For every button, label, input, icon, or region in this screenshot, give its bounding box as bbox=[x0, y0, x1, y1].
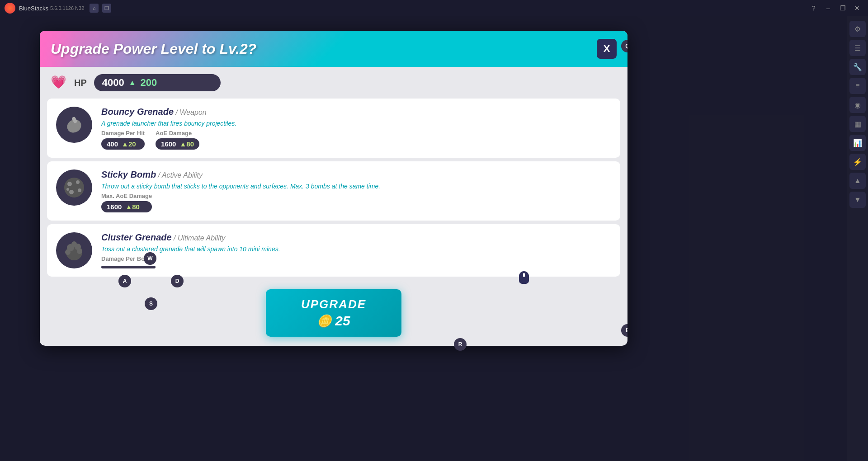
bouncy-grenade-stats: Damage Per Hit 400 ▲20 AoE Damage 1600 ▲… bbox=[101, 130, 611, 150]
cluster-grenade-desc: Toss out a clustered grenade that will s… bbox=[101, 245, 611, 253]
upgrade-section: UPGRADE 🪙 25 bbox=[40, 284, 627, 346]
mouse-cursor-dot bbox=[523, 273, 525, 277]
sidebar-up-btn[interactable]: ▲ bbox=[849, 173, 866, 189]
upgrade-label: UPGRADE bbox=[301, 297, 366, 311]
stat-max-aoe: Max. AoE Damage 1600 ▲80 bbox=[101, 193, 152, 212]
titlebar-actions: ⌂ ❐ bbox=[90, 4, 111, 13]
sidebar-gamepad-btn[interactable]: ◉ bbox=[849, 97, 866, 113]
sticky-bomb-type: / Active Ability bbox=[158, 171, 203, 179]
bouncy-grenade-card: Bouncy Grenade / Weapon A grenade launch… bbox=[47, 99, 620, 158]
window-controls: ? – ❐ ✕ bbox=[807, 2, 863, 14]
minimize-btn[interactable]: – bbox=[822, 2, 835, 14]
titlebar: BlueStacks 5.6.0.1126 N32 ⌂ ❐ ? – ❐ ✕ bbox=[0, 0, 868, 16]
upgrade-button[interactable]: UPGRADE 🪙 25 bbox=[266, 289, 401, 337]
sidebar-down-btn[interactable]: ▼ bbox=[849, 192, 866, 208]
svg-point-4 bbox=[76, 180, 80, 184]
sidebar-stats-btn[interactable]: 📊 bbox=[849, 135, 866, 151]
stat-value-dph: 400 bbox=[107, 140, 118, 148]
hp-current-value: 4000 bbox=[102, 77, 124, 89]
sidebar-power-btn[interactable]: ⚡ bbox=[849, 154, 866, 170]
svg-point-2 bbox=[64, 178, 84, 198]
cluster-grenade-type: / Ultimate Ability bbox=[174, 234, 225, 242]
app-version: 5.6.0.1126 N32 bbox=[50, 5, 84, 11]
bluestacks-logo bbox=[5, 3, 15, 14]
sticky-bomb-desc: Throw out a sticky bomb that sticks to t… bbox=[101, 183, 611, 190]
stat-increase-dph: ▲20 bbox=[122, 140, 136, 148]
sticky-bomb-name: Sticky Bomb bbox=[101, 169, 156, 179]
bouncy-grenade-content: Bouncy Grenade / Weapon A grenade launch… bbox=[101, 107, 611, 150]
folder-icon[interactable]: ❐ bbox=[102, 4, 111, 13]
coin-icon: 🪙 bbox=[317, 314, 331, 328]
svg-point-5 bbox=[78, 188, 81, 192]
question-btn[interactable]: ? bbox=[807, 2, 820, 14]
bouncy-grenade-name: Bouncy Grenade bbox=[101, 107, 174, 117]
stat-value-max-aoe: 1600 bbox=[107, 203, 122, 211]
cluster-grenade-icon bbox=[56, 232, 92, 268]
sidebar-display-btn[interactable]: ▦ bbox=[849, 116, 866, 132]
svg-point-12 bbox=[77, 249, 82, 254]
stat-value-aoe: 1600 bbox=[161, 140, 176, 148]
stat-bar-max-aoe: 1600 ▲80 bbox=[101, 201, 152, 212]
hp-section: 💗 HP 4000 ▲ 200 bbox=[40, 67, 627, 99]
weapons-list: Bouncy Grenade / Weapon A grenade launch… bbox=[40, 99, 627, 284]
stat-bar-aoe: 1600 ▲80 bbox=[156, 138, 199, 150]
upgrade-cost-value: 25 bbox=[335, 313, 350, 329]
sticky-bomb-content: Sticky Bomb / Active Ability Throw out a… bbox=[101, 169, 611, 212]
a-key-indicator: A bbox=[118, 275, 131, 287]
sticky-bomb-card: Sticky Bomb / Active Ability Throw out a… bbox=[47, 161, 620, 221]
mouse-cursor-icon bbox=[519, 271, 529, 284]
restore-btn[interactable]: ❐ bbox=[836, 2, 849, 14]
bouncy-grenade-desc: A grenade launcher that fires bouncy pro… bbox=[101, 120, 611, 127]
sidebar-settings-btn[interactable]: ⚙ bbox=[849, 21, 866, 37]
svg-point-7 bbox=[66, 188, 69, 191]
dialog-header: Upgrade Power Level to Lv.2? X bbox=[40, 31, 627, 67]
hp-icon: 💗 bbox=[51, 75, 67, 91]
close-btn[interactable]: ✕ bbox=[851, 2, 863, 14]
stat-label-aoe: AoE Damage bbox=[156, 130, 199, 136]
s-key-indicator: S bbox=[145, 297, 157, 310]
d-key-indicator: D bbox=[171, 275, 184, 287]
upgrade-dialog: Upgrade Power Level to Lv.2? X 💗 HP 4000… bbox=[40, 31, 627, 346]
hp-arrow-icon: ▲ bbox=[129, 79, 136, 87]
home-icon[interactable]: ⌂ bbox=[90, 4, 99, 13]
stat-label-dph: Damage Per Hit bbox=[101, 130, 145, 136]
hp-increase-value: 200 bbox=[141, 77, 157, 89]
cluster-grenade-content: Cluster Grenade / Ultimate Ability Toss … bbox=[101, 232, 611, 268]
svg-point-11 bbox=[65, 249, 71, 255]
cluster-grenade-name: Cluster Grenade bbox=[101, 232, 172, 242]
upgrade-cost: 🪙 25 bbox=[317, 313, 350, 329]
sidebar-list-btn[interactable]: ≡ bbox=[849, 78, 866, 94]
r-key-indicator: R bbox=[454, 338, 467, 351]
sidebar-menu-btn[interactable]: ☰ bbox=[849, 40, 866, 56]
stat-bar-dpb-partial bbox=[101, 266, 156, 268]
hp-label: HP bbox=[74, 78, 87, 88]
bouncy-grenade-icon bbox=[56, 107, 92, 143]
sticky-bomb-stats: Max. AoE Damage 1600 ▲80 bbox=[101, 193, 611, 212]
hp-bar: 4000 ▲ 200 bbox=[94, 74, 221, 91]
app-title: BlueStacks bbox=[19, 5, 48, 12]
cluster-grenade-stats: Damage Per Bomb bbox=[101, 255, 611, 268]
dialog-close-btn[interactable]: X bbox=[597, 39, 617, 59]
svg-point-6 bbox=[69, 190, 74, 194]
bouncy-grenade-type: / Weapon bbox=[176, 108, 207, 116]
stat-increase-max-aoe: ▲80 bbox=[125, 203, 140, 211]
stat-aoe-damage: AoE Damage 1600 ▲80 bbox=[156, 130, 199, 150]
stat-label-max-aoe: Max. AoE Damage bbox=[101, 193, 152, 199]
w-key-indicator: W bbox=[144, 252, 156, 265]
sidebar-tools-btn[interactable]: 🔧 bbox=[849, 59, 866, 75]
stat-damage-per-hit: Damage Per Hit 400 ▲20 bbox=[101, 130, 145, 150]
stat-bar-dph: 400 ▲20 bbox=[101, 138, 145, 150]
sticky-bomb-icon bbox=[56, 169, 92, 206]
dialog-title: Upgrade Power Level to Lv.2? bbox=[51, 41, 256, 57]
svg-point-13 bbox=[71, 241, 77, 247]
stat-increase-aoe: ▲80 bbox=[179, 140, 194, 148]
svg-point-3 bbox=[67, 182, 72, 186]
right-sidebar: ⚙ ☰ 🔧 ≡ ◉ ▦ 📊 ⚡ ▲ ▼ bbox=[847, 16, 868, 461]
cluster-grenade-card: Cluster Grenade / Ultimate Ability Toss … bbox=[47, 224, 620, 277]
